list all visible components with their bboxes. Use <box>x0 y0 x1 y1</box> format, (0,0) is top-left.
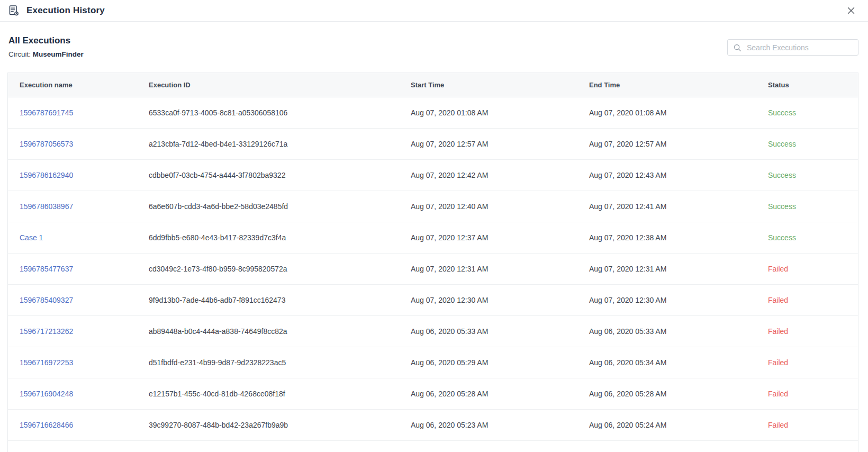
execution-history-icon <box>7 4 20 17</box>
execution-name-link[interactable]: 1596786162940 <box>20 171 73 179</box>
status-cell: Success <box>768 128 858 159</box>
toolbar: All Executions Circuit: MuseumFinder <box>8 35 858 58</box>
status-badge: Success <box>768 171 796 179</box>
executions-table-container: Execution name Execution ID Start Time E… <box>7 73 858 452</box>
status-cell: Failed <box>768 253 858 284</box>
end-time-cell: Aug 07, 2020 12:38 AM <box>589 222 768 253</box>
end-time-cell: Aug 07, 2020 12:43 AM <box>589 159 768 191</box>
column-header-status: Status <box>768 73 858 97</box>
execution-name-link[interactable]: 1596787691745 <box>20 109 73 117</box>
table-row: 15967854093279f9d13b0-7ade-44b6-adb7-f89… <box>8 284 858 315</box>
execution-id-cell: 9f9d13b0-7ade-44b6-adb7-f891cc162473 <box>149 284 411 315</box>
status-cell: Failed <box>768 347 858 378</box>
execution-name-cell: 1596785477637 <box>8 253 149 284</box>
search-input[interactable] <box>746 43 854 52</box>
start-time-cell: Aug 06, 2020 05:28 AM <box>411 378 589 409</box>
section-title: All Executions <box>8 35 84 46</box>
table-header-row: Execution name Execution ID Start Time E… <box>8 73 858 97</box>
status-cell: Failed <box>768 409 858 440</box>
search-box[interactable] <box>727 39 858 56</box>
end-time-cell: Aug 07, 2020 12:31 AM <box>589 253 768 284</box>
execution-name-link[interactable]: 1596717213262 <box>20 327 73 336</box>
close-icon <box>847 6 855 15</box>
execution-name-link[interactable]: 1596716628466 <box>20 421 73 429</box>
status-badge: Failed <box>768 421 788 429</box>
execution-name-cell: 1596716972253 <box>8 347 149 378</box>
execution-id-cell: d51fbdfd-e231-4b99-9d87-9d2328223ac5 <box>149 347 411 378</box>
table-row: 159671662846639c99270-8087-484b-bd42-23a… <box>8 409 858 440</box>
end-time-cell: Aug 06, 2020 05:28 AM <box>589 378 768 409</box>
status-badge: Failed <box>768 358 788 367</box>
end-time-cell: Aug 07, 2020 12:41 AM <box>589 191 768 222</box>
topbar: Execution History <box>0 0 868 22</box>
clipped-row <box>8 441 858 452</box>
close-button[interactable] <box>845 4 857 17</box>
execution-id-cell: e12157b1-455c-40cd-81db-4268ce08f18f <box>149 378 411 409</box>
execution-id-cell: cdbbe0f7-03cb-4754-a444-3f7802ba9322 <box>149 159 411 191</box>
section-header: All Executions Circuit: MuseumFinder <box>8 35 84 58</box>
start-time-cell: Aug 07, 2020 12:42 AM <box>411 159 589 191</box>
start-time-cell: Aug 06, 2020 05:29 AM <box>411 347 589 378</box>
status-cell: Failed <box>768 315 858 347</box>
execution-name-cell: 1596716628466 <box>8 409 149 440</box>
circuit-name: MuseumFinder <box>33 50 84 58</box>
status-cell: Failed <box>768 378 858 409</box>
execution-name-cell: 1596716904248 <box>8 378 149 409</box>
execution-id-cell: ab89448a-b0c4-444a-a838-74649f8cc82a <box>149 315 411 347</box>
table-row: 15967876917456533ca0f-9713-4005-8c81-a05… <box>8 97 858 128</box>
execution-id-cell: 39c99270-8087-484b-bd42-23a267fb9a9b <box>149 409 411 440</box>
execution-name-cell: 1596717213262 <box>8 315 149 347</box>
end-time-cell: Aug 07, 2020 01:08 AM <box>589 97 768 128</box>
execution-name-link[interactable]: Case 1 <box>20 233 43 242</box>
execution-name-cell: 1596787056573 <box>8 128 149 159</box>
status-badge: Failed <box>768 390 788 398</box>
start-time-cell: Aug 06, 2020 05:23 AM <box>411 409 589 440</box>
status-cell: Failed <box>768 284 858 315</box>
column-header-execution-id: Execution ID <box>149 73 411 97</box>
status-cell: Success <box>768 222 858 253</box>
end-time-cell: Aug 06, 2020 05:24 AM <box>589 409 768 440</box>
end-time-cell: Aug 07, 2020 12:57 AM <box>589 128 768 159</box>
execution-id-cell: cd3049c2-1e73-4f80-b959-8c995820572a <box>149 253 411 284</box>
status-cell: Success <box>768 191 858 222</box>
execution-name-link[interactable]: 1596716972253 <box>20 358 73 367</box>
table-row: 1596717213262ab89448a-b0c4-444a-a838-746… <box>8 315 858 347</box>
status-badge: Failed <box>768 296 788 304</box>
execution-name-cell: 1596785409327 <box>8 284 149 315</box>
table-row: 1596787056573a213cbfa-7d12-4bed-b4e1-331… <box>8 128 858 159</box>
execution-name-link[interactable]: 1596787056573 <box>20 140 73 148</box>
circuit-line: Circuit: MuseumFinder <box>8 50 84 58</box>
execution-name-cell: 1596786038967 <box>8 191 149 222</box>
execution-name-link[interactable]: 1596786038967 <box>20 202 73 211</box>
execution-name-link[interactable]: 1596716904248 <box>20 390 73 398</box>
column-header-execution-name: Execution name <box>8 73 149 97</box>
table-row: 1596786162940cdbbe0f7-03cb-4754-a444-3f7… <box>8 159 858 191</box>
table-row: 1596716972253d51fbdfd-e231-4b99-9d87-9d2… <box>8 347 858 378</box>
table-row: 1596716904248e12157b1-455c-40cd-81db-426… <box>8 378 858 409</box>
start-time-cell: Aug 07, 2020 12:57 AM <box>411 128 589 159</box>
status-badge: Success <box>768 140 796 148</box>
status-badge: Success <box>768 109 796 117</box>
execution-name-cell: Case 1 <box>8 222 149 253</box>
status-badge: Failed <box>768 327 788 336</box>
execution-name-link[interactable]: 1596785477637 <box>20 265 73 273</box>
start-time-cell: Aug 07, 2020 12:31 AM <box>411 253 589 284</box>
table-row: 1596785477637cd3049c2-1e73-4f80-b959-8c9… <box>8 253 858 284</box>
status-badge: Success <box>768 233 796 242</box>
execution-name-link[interactable]: 1596785409327 <box>20 296 73 304</box>
end-time-cell: Aug 06, 2020 05:33 AM <box>589 315 768 347</box>
status-badge: Success <box>768 202 796 211</box>
start-time-cell: Aug 07, 2020 12:37 AM <box>411 222 589 253</box>
execution-id-cell: 6533ca0f-9713-4005-8c81-a05306058106 <box>149 97 411 128</box>
execution-name-cell: 1596786162940 <box>8 159 149 191</box>
status-cell: Success <box>768 97 858 128</box>
table-row: Case 16dd9fbb5-e680-4e43-b417-82339d7c3f… <box>8 222 858 253</box>
end-time-cell: Aug 06, 2020 05:34 AM <box>589 347 768 378</box>
start-time-cell: Aug 06, 2020 05:33 AM <box>411 315 589 347</box>
table-row: 15967860389676a6e607b-cdd3-4a6d-bbe2-58d… <box>8 191 858 222</box>
end-time-cell: Aug 07, 2020 12:30 AM <box>589 284 768 315</box>
start-time-cell: Aug 07, 2020 12:30 AM <box>411 284 589 315</box>
execution-id-cell: a213cbfa-7d12-4bed-b4e1-33129126c71a <box>149 128 411 159</box>
circuit-label: Circuit: <box>8 50 31 58</box>
start-time-cell: Aug 07, 2020 01:08 AM <box>411 97 589 128</box>
